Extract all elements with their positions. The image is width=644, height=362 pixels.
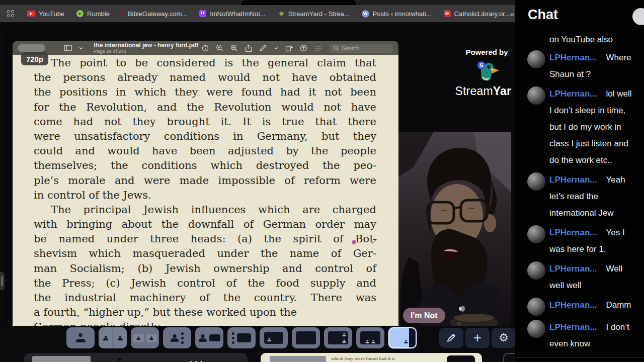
- bookmark-item[interactable]: Rumble: [76, 10, 110, 18]
- chat-popout-button[interactable]: [632, 8, 644, 25]
- browser-active-tab[interactable]: [242, 0, 356, 5]
- window-controls[interactable]: [18, 44, 45, 52]
- chat-avatar: [527, 320, 545, 338]
- wordpress-icon: [362, 10, 369, 18]
- person-icon: [146, 334, 157, 342]
- chat-username[interactable]: LPHernan...: [549, 264, 597, 274]
- info-icon[interactable]: [202, 45, 209, 52]
- pdf-text-line: a fourth, “higher up,” but these worked …: [34, 306, 376, 321]
- zoom-in-icon[interactable]: [230, 44, 238, 52]
- layout-solo-button[interactable]: [66, 327, 95, 348]
- scene-thumbnail-pdf[interactable]: which they were found had it n: [261, 353, 482, 362]
- zoom-out-icon[interactable]: [216, 44, 223, 52]
- search-icon: [334, 45, 339, 51]
- catholiclibrary-icon: [444, 10, 451, 17]
- screen-icon: [328, 331, 348, 344]
- pdf-text-block: The point to be considered is the genera…: [34, 57, 376, 326]
- layout-spotlight-button[interactable]: [163, 327, 191, 348]
- layout-screen-pip-button[interactable]: [260, 327, 288, 348]
- chat-message-text: on YouTube also: [549, 35, 613, 44]
- apps-grid-icon[interactable]: [7, 10, 14, 17]
- thumbnail-action-button[interactable]: [447, 355, 475, 362]
- chat-message: LPHernan...I don’t even know: [515, 317, 644, 353]
- scene-thumbnail-dark[interactable]: [24, 353, 248, 362]
- bookmark-item[interactable]: ImNotWhatImNot...: [199, 10, 266, 18]
- chat-username[interactable]: LPHernan...: [549, 322, 597, 332]
- bookmark-item[interactable]: YouTube: [27, 10, 64, 18]
- chat-message-list[interactable]: on YouTube also LPHernan...Where Shaun a…: [515, 31, 644, 353]
- pdf-text-line: were unsatisfactory conditions in German…: [34, 130, 376, 145]
- streamyard-wordmark: StreamYard: [450, 84, 511, 98]
- svg-text:S: S: [479, 62, 483, 68]
- person-icon: [171, 334, 179, 342]
- chat-avatar: [527, 172, 545, 191]
- layout-split-button[interactable]: [99, 327, 127, 348]
- layout-group-button[interactable]: [131, 327, 159, 348]
- gear-icon: ⚙: [499, 332, 509, 343]
- annotation-dot: [352, 240, 356, 244]
- pdf-title: the international jew - henry ford.pdf: [94, 42, 198, 49]
- resolution-badge: 720p: [21, 52, 48, 65]
- person-icon: [404, 340, 408, 343]
- chat-username[interactable]: LPHernan...: [549, 89, 597, 99]
- bookmark-item[interactable]: BibleGateway.com...: [122, 10, 187, 18]
- chat-panel-title: Chat: [528, 7, 558, 23]
- sidebar-strip-icon: [409, 328, 416, 347]
- layout-person-screen-button[interactable]: [195, 327, 223, 348]
- webcam-video[interactable]: [398, 132, 511, 326]
- chevron-down-icon[interactable]: [79, 47, 83, 50]
- side-panel-handle[interactable]: [0, 272, 5, 290]
- thumbnail-screen-box: [270, 356, 326, 362]
- chat-username[interactable]: LPHernan...: [549, 228, 597, 237]
- markup-pencil-icon[interactable]: [259, 44, 267, 52]
- page-up-icon[interactable]: [300, 44, 307, 52]
- pdf-text-line: with bringing about the downfall of Germ…: [34, 218, 376, 233]
- webcam-person-illustration: [398, 132, 511, 326]
- pdf-title-block: the international jew - henry ford.pdf P…: [94, 42, 198, 54]
- bookmark-item[interactable]: Posts ‹ imnotwhati...: [362, 10, 432, 18]
- person-icon: [365, 340, 369, 343]
- person-icon: [371, 340, 375, 343]
- edit-layout-button[interactable]: [439, 328, 463, 348]
- layout-fullscreen-button[interactable]: [292, 327, 320, 348]
- person-icon: [113, 327, 127, 348]
- streamyard-icon: [278, 10, 285, 17]
- bookmarks-bar: YouTube Rumble BibleGateway.com... ImNot…: [0, 5, 515, 22]
- broadcast-canvas: the international jew - henry ford.pdf P…: [4, 29, 511, 326]
- layout-screen-rightcol-button[interactable]: [324, 327, 352, 348]
- pdf-page[interactable]: The point to be considered is the genera…: [13, 55, 398, 326]
- settings-button[interactable]: ⚙: [492, 328, 516, 348]
- pdf-text-line: the persons already named would not have…: [34, 71, 376, 86]
- bookmark-item[interactable]: CatholicLibrary.or...: [444, 10, 510, 18]
- chat-message: LPHernan...lol well I don’t sleep in tim…: [515, 84, 644, 170]
- bookmark-item[interactable]: StreamYard - Strea...: [278, 10, 350, 18]
- share-icon[interactable]: [245, 44, 252, 52]
- chat-panel: Chat on YouTube also LPHernan...Where Sh…: [515, 0, 644, 362]
- chat-username[interactable]: LPHernan...: [549, 300, 597, 310]
- pdf-toolbar: the international jew - henry ford.pdf P…: [13, 41, 398, 55]
- chat-message: on YouTube also: [515, 31, 644, 48]
- person-icon: [342, 333, 346, 336]
- markup-chevron-icon[interactable]: [274, 47, 278, 50]
- chat-username[interactable]: LPHernan...: [549, 53, 597, 62]
- layout-sidebar-screen-button[interactable]: [227, 327, 256, 348]
- chat-avatar: [527, 86, 545, 105]
- twitch-icon: [199, 10, 206, 17]
- pdf-search-field[interactable]: Search: [330, 44, 393, 53]
- layout-screenshare-focus-button-selected[interactable]: [388, 327, 417, 348]
- powered-by-text: Powered by: [450, 48, 511, 56]
- streamyard-watermark: Powered by S StreamYard: [450, 48, 511, 98]
- layout-screen-bottomstrip-button[interactable]: [356, 327, 384, 348]
- sidebar-icon[interactable]: [64, 45, 72, 51]
- screen-icon: [264, 332, 283, 344]
- add-element-button[interactable]: +: [465, 328, 490, 348]
- bookmark-label: Posts ‹ imnotwhati...: [373, 10, 432, 18]
- chat-avatar: [527, 298, 545, 316]
- chat-username[interactable]: LPHernan...: [549, 175, 597, 185]
- rotate-icon[interactable]: [285, 45, 293, 52]
- plus-icon: +: [473, 331, 481, 345]
- bookmark-label: ImNotWhatImNot...: [210, 10, 266, 18]
- rumble-icon: [76, 10, 84, 17]
- screen-icon: [360, 331, 380, 344]
- pdf-text-line: shevism which masqueraded under the name…: [34, 247, 376, 262]
